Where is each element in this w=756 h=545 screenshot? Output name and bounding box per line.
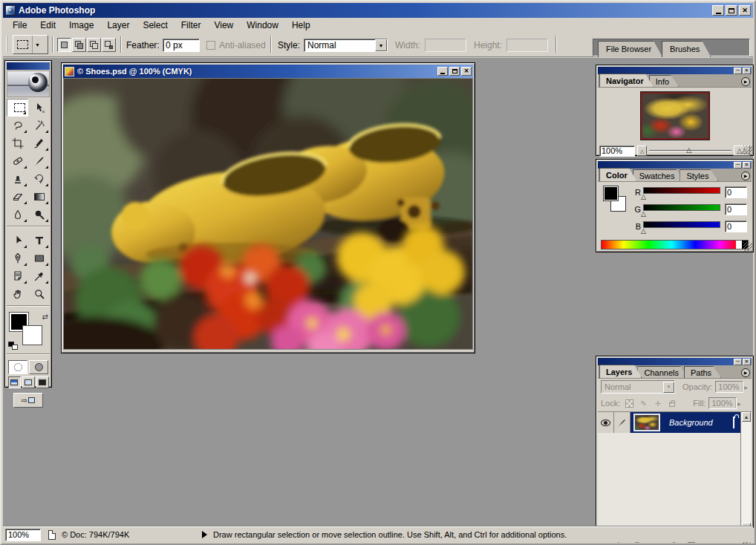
color-spectrum-ramp[interactable]	[601, 240, 749, 249]
tool-slice[interactable]	[28, 134, 50, 152]
default-colors-icon[interactable]	[8, 342, 18, 350]
minimize-button[interactable]	[712, 5, 724, 16]
slider-thumb-icon[interactable]: △	[686, 146, 691, 154]
foreground-color-swatch[interactable]	[604, 186, 618, 200]
navigator-zoom-slider[interactable]: △	[649, 146, 731, 156]
green-value-input[interactable]	[725, 203, 747, 215]
document-canvas[interactable]	[63, 78, 473, 350]
palette-minimize-button[interactable]: ─	[734, 162, 742, 169]
tool-hand[interactable]	[7, 285, 28, 303]
palette-close-button[interactable]: ✕	[743, 359, 751, 365]
navigator-zoom-input[interactable]	[599, 146, 635, 157]
blue-slider-thumb[interactable]: △	[641, 227, 646, 235]
standard-screen-mode-button[interactable]	[8, 376, 21, 388]
tool-magic-wand[interactable]	[28, 117, 50, 134]
palette-close-button[interactable]: ✕	[743, 162, 751, 169]
tool-pen[interactable]	[7, 249, 28, 267]
fill-control[interactable]: 100% ▶	[708, 397, 737, 409]
fullscreen-menubar-mode-button[interactable]	[22, 376, 35, 388]
document-size-info[interactable]: © Doc: 794K/794K	[62, 530, 199, 539]
swap-colors-icon[interactable]: ⇄	[42, 313, 48, 321]
palette-resize-grip[interactable]	[743, 242, 752, 251]
tool-brush[interactable]	[28, 152, 50, 170]
fullscreen-mode-button[interactable]	[36, 376, 49, 388]
style-dropdown[interactable]: Normal ▼	[304, 39, 388, 52]
tab-styles[interactable]: Styles	[680, 169, 718, 181]
tab-swatches[interactable]: Swatches	[633, 169, 685, 181]
tool-eraser[interactable]	[7, 188, 28, 206]
new-selection-button[interactable]	[57, 38, 71, 52]
tab-layers[interactable]: Layers	[599, 365, 642, 378]
tool-healing-brush[interactable]	[7, 152, 28, 170]
tab-channels[interactable]: Channels	[637, 366, 688, 378]
color-titlebar[interactable]: ─ ✕	[598, 161, 752, 169]
lock-transparency-icon[interactable]	[625, 399, 634, 408]
intersect-selection-button[interactable]	[102, 38, 116, 52]
tab-paths[interactable]: Paths	[684, 366, 721, 378]
tool-rectangular-marquee[interactable]	[7, 99, 28, 117]
navigator-titlebar[interactable]: ─ ✕	[598, 67, 752, 74]
opacity-control[interactable]: 100% ▶	[715, 381, 743, 393]
document-titlebar[interactable]: © Shoes.psd @ 100% (CMYK) ✕	[63, 65, 473, 78]
tab-file-browser[interactable]: File Browser	[598, 41, 662, 57]
palette-minimize-button[interactable]: ─	[734, 359, 742, 365]
lock-all-icon[interactable]	[667, 399, 677, 408]
doc-minimize-button[interactable]	[437, 67, 448, 76]
menu-window[interactable]: Window	[240, 19, 285, 32]
layer-row-background[interactable]: Background	[598, 412, 740, 433]
subtract-from-selection-button[interactable]	[87, 38, 101, 52]
tool-zoom[interactable]	[28, 285, 50, 303]
tab-color[interactable]: Color	[599, 168, 637, 181]
status-zoom-input[interactable]	[5, 529, 41, 541]
palette-minimize-button[interactable]: ─	[734, 68, 742, 74]
red-slider-thumb[interactable]: △	[641, 193, 646, 200]
tool-blur[interactable]	[7, 206, 28, 223]
menu-layer[interactable]: Layer	[100, 19, 136, 32]
palette-menu-button[interactable]: ▶	[741, 77, 750, 86]
lock-pixels-icon[interactable]: ✎	[639, 399, 648, 408]
tool-clone-stamp[interactable]	[7, 170, 28, 188]
tool-notes[interactable]	[7, 267, 28, 285]
palette-resize-grip[interactable]	[743, 146, 752, 154]
background-color-swatch[interactable]	[23, 326, 42, 345]
tool-move[interactable]	[28, 99, 50, 117]
layer-list-scrollbar[interactable]: ▲ ▼	[740, 412, 752, 532]
doc-close-button[interactable]: ✕	[461, 67, 472, 76]
tab-info[interactable]: Info	[649, 75, 679, 87]
tool-preset-picker[interactable]: ▼	[13, 35, 48, 54]
layer-name[interactable]: Background	[663, 418, 733, 427]
toolbox-titlebar[interactable]	[7, 62, 50, 70]
blue-slider[interactable]	[643, 221, 720, 228]
tab-brushes[interactable]: Brushes	[662, 41, 711, 57]
tool-gradient[interactable]	[28, 188, 50, 206]
menu-image[interactable]: Image	[62, 19, 100, 32]
palette-menu-button[interactable]: ▶	[741, 368, 750, 377]
maximize-button[interactable]	[726, 5, 737, 16]
tool-lasso[interactable]	[7, 117, 28, 134]
add-to-selection-button[interactable]	[72, 38, 86, 52]
menu-select[interactable]: Select	[136, 19, 174, 32]
jump-to-imageready-button[interactable]: ⇨	[13, 393, 43, 408]
quick-mask-mode-button[interactable]	[29, 360, 48, 374]
tool-type[interactable]	[28, 232, 50, 249]
menu-filter[interactable]: Filter	[175, 19, 208, 32]
tool-history-brush[interactable]	[28, 170, 50, 188]
menu-view[interactable]: View	[207, 19, 240, 32]
tool-shape[interactable]	[28, 249, 50, 267]
tool-path-selection[interactable]	[7, 232, 28, 249]
layer-thumbnail[interactable]	[633, 414, 660, 431]
menu-help[interactable]: Help	[285, 19, 317, 32]
tool-crop[interactable]	[7, 134, 28, 152]
layer-visibility-toggle[interactable]	[598, 412, 614, 433]
red-slider[interactable]	[643, 187, 720, 194]
scroll-up-button[interactable]: ▲	[742, 412, 751, 422]
layers-titlebar[interactable]: ─ ✕	[598, 358, 752, 365]
palette-menu-button[interactable]: ▶	[741, 172, 750, 180]
close-button[interactable]: ✕	[739, 5, 751, 16]
green-slider-thumb[interactable]: △	[641, 210, 646, 218]
doc-maximize-button[interactable]	[449, 67, 460, 76]
tab-navigator[interactable]: Navigator	[599, 74, 654, 87]
tool-dodge[interactable]	[28, 206, 50, 223]
green-slider[interactable]	[643, 204, 720, 211]
red-value-input[interactable]	[725, 186, 747, 198]
